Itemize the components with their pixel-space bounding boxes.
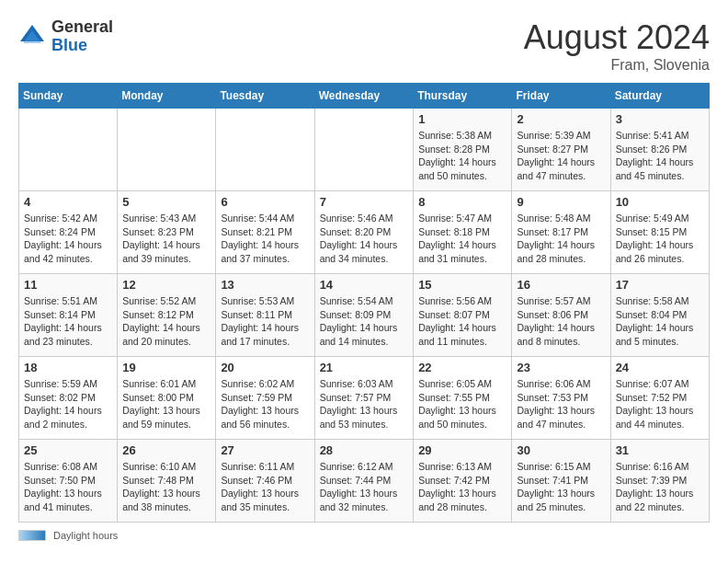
calendar-day-cell: 16 Sunrise: 5:57 AM Sunset: 8:06 PM Dayl…	[512, 274, 610, 357]
calendar-day-cell: 6 Sunrise: 5:44 AM Sunset: 8:21 PM Dayli…	[216, 191, 314, 274]
day-info: Sunrise: 5:48 AM Sunset: 8:17 PM Dayligh…	[517, 212, 605, 266]
day-number: 24	[616, 361, 704, 374]
day-info: Sunrise: 6:06 AM Sunset: 7:53 PM Dayligh…	[517, 377, 605, 431]
calendar-day-cell: 24 Sunrise: 6:07 AM Sunset: 7:52 PM Dayl…	[610, 357, 709, 440]
day-info: Sunrise: 5:46 AM Sunset: 8:20 PM Dayligh…	[320, 212, 409, 266]
day-info: Sunrise: 5:44 AM Sunset: 8:21 PM Dayligh…	[221, 212, 309, 266]
calendar-day-header: Saturday	[610, 84, 709, 109]
calendar-day-cell: 18 Sunrise: 5:59 AM Sunset: 8:02 PM Dayl…	[19, 357, 118, 440]
calendar-week-row: 4 Sunrise: 5:42 AM Sunset: 8:24 PM Dayli…	[19, 191, 710, 274]
calendar-day-header: Wednesday	[314, 84, 414, 109]
day-number: 20	[221, 361, 309, 374]
day-info: Sunrise: 5:47 AM Sunset: 8:18 PM Dayligh…	[418, 212, 506, 266]
day-info: Sunrise: 5:59 AM Sunset: 8:02 PM Dayligh…	[24, 377, 112, 431]
day-info: Sunrise: 5:51 AM Sunset: 8:14 PM Dayligh…	[24, 294, 112, 349]
calendar-day-cell: 4 Sunrise: 5:42 AM Sunset: 8:24 PM Dayli…	[19, 191, 118, 274]
day-number: 2	[517, 112, 605, 126]
logo-general: General	[51, 18, 113, 37]
logo-blue: Blue	[51, 37, 113, 55]
calendar-header-row: SundayMondayTuesdayWednesdayThursdayFrid…	[19, 84, 710, 109]
day-info: Sunrise: 5:39 AM Sunset: 8:27 PM Dayligh…	[517, 129, 605, 183]
day-number: 10	[616, 195, 704, 209]
calendar-day-cell: 3 Sunrise: 5:41 AM Sunset: 8:26 PM Dayli…	[610, 109, 709, 191]
calendar-day-cell: 7 Sunrise: 5:46 AM Sunset: 8:20 PM Dayli…	[314, 191, 414, 274]
day-info: Sunrise: 5:42 AM Sunset: 8:24 PM Dayligh…	[24, 212, 112, 266]
day-info: Sunrise: 5:41 AM Sunset: 8:26 PM Dayligh…	[616, 129, 704, 183]
calendar-day-cell: 2 Sunrise: 5:39 AM Sunset: 8:27 PM Dayli…	[512, 109, 610, 191]
day-number: 5	[122, 195, 210, 209]
day-number: 23	[517, 361, 605, 374]
day-info: Sunrise: 6:03 AM Sunset: 7:57 PM Dayligh…	[320, 377, 409, 431]
day-info: Sunrise: 5:53 AM Sunset: 8:11 PM Dayligh…	[221, 294, 309, 349]
day-number: 31	[616, 443, 704, 457]
calendar-day-header: Monday	[118, 84, 216, 109]
calendar-day-cell: 9 Sunrise: 5:48 AM Sunset: 8:17 PM Dayli…	[512, 191, 610, 274]
calendar-day-cell: 27 Sunrise: 6:11 AM Sunset: 7:46 PM Dayl…	[216, 440, 314, 523]
day-info: Sunrise: 5:57 AM Sunset: 8:06 PM Dayligh…	[517, 294, 605, 349]
calendar-day-header: Tuesday	[216, 84, 314, 109]
day-info: Sunrise: 6:05 AM Sunset: 7:55 PM Dayligh…	[418, 377, 506, 431]
logo-icon	[18, 23, 46, 51]
calendar-day-cell: 17 Sunrise: 5:58 AM Sunset: 8:04 PM Dayl…	[610, 274, 709, 357]
day-number: 4	[24, 195, 112, 209]
calendar-day-cell: 20 Sunrise: 6:02 AM Sunset: 7:59 PM Dayl…	[216, 357, 314, 440]
day-number: 1	[418, 112, 506, 126]
calendar-week-row: 1 Sunrise: 5:38 AM Sunset: 8:28 PM Dayli…	[19, 109, 710, 191]
calendar-day-cell: 26 Sunrise: 6:10 AM Sunset: 7:48 PM Dayl…	[118, 440, 216, 523]
calendar-day-cell: 1 Sunrise: 5:38 AM Sunset: 8:28 PM Dayli…	[414, 109, 512, 191]
calendar-day-cell: 19 Sunrise: 6:01 AM Sunset: 8:00 PM Dayl…	[118, 357, 216, 440]
calendar-day-cell	[19, 109, 118, 191]
calendar-week-row: 11 Sunrise: 5:51 AM Sunset: 8:14 PM Dayl…	[19, 274, 710, 357]
calendar-day-cell	[118, 109, 216, 191]
day-info: Sunrise: 6:02 AM Sunset: 7:59 PM Dayligh…	[221, 377, 309, 431]
day-number: 18	[24, 361, 112, 374]
day-number: 21	[320, 361, 409, 374]
day-number: 7	[320, 195, 409, 209]
calendar-day-header: Thursday	[414, 84, 512, 109]
calendar-day-cell: 8 Sunrise: 5:47 AM Sunset: 8:18 PM Dayli…	[414, 191, 512, 274]
calendar-week-row: 25 Sunrise: 6:08 AM Sunset: 7:50 PM Dayl…	[19, 440, 710, 523]
day-info: Sunrise: 5:49 AM Sunset: 8:15 PM Dayligh…	[616, 212, 704, 266]
day-info: Sunrise: 6:11 AM Sunset: 7:46 PM Dayligh…	[221, 460, 309, 514]
calendar-table: SundayMondayTuesdayWednesdayThursdayFrid…	[18, 83, 710, 523]
calendar-day-cell: 12 Sunrise: 5:52 AM Sunset: 8:12 PM Dayl…	[118, 274, 216, 357]
day-number: 15	[418, 278, 506, 292]
day-number: 17	[616, 278, 704, 292]
day-number: 12	[122, 278, 210, 292]
calendar-day-header: Friday	[512, 84, 610, 109]
day-number: 9	[517, 195, 605, 209]
calendar-day-cell: 22 Sunrise: 6:05 AM Sunset: 7:55 PM Dayl…	[414, 357, 512, 440]
calendar-day-cell: 23 Sunrise: 6:06 AM Sunset: 7:53 PM Dayl…	[512, 357, 610, 440]
day-info: Sunrise: 6:10 AM Sunset: 7:48 PM Dayligh…	[122, 460, 210, 514]
logo: General Blue	[18, 18, 113, 55]
day-info: Sunrise: 5:54 AM Sunset: 8:09 PM Dayligh…	[320, 294, 409, 349]
calendar-day-cell: 28 Sunrise: 6:12 AM Sunset: 7:44 PM Dayl…	[314, 440, 414, 523]
day-number: 27	[221, 443, 309, 457]
day-info: Sunrise: 6:01 AM Sunset: 8:00 PM Dayligh…	[122, 377, 210, 431]
day-number: 16	[517, 278, 605, 292]
day-number: 13	[221, 278, 309, 292]
day-info: Sunrise: 5:58 AM Sunset: 8:04 PM Dayligh…	[616, 294, 704, 349]
calendar-day-cell: 13 Sunrise: 5:53 AM Sunset: 8:11 PM Dayl…	[216, 274, 314, 357]
day-number: 8	[418, 195, 506, 209]
day-number: 30	[517, 443, 605, 457]
page-subtitle: Fram, Slovenia	[524, 57, 710, 74]
day-info: Sunrise: 6:07 AM Sunset: 7:52 PM Dayligh…	[616, 377, 704, 431]
calendar-day-cell: 29 Sunrise: 6:13 AM Sunset: 7:42 PM Dayl…	[414, 440, 512, 523]
calendar-day-cell: 21 Sunrise: 6:03 AM Sunset: 7:57 PM Dayl…	[314, 357, 414, 440]
day-number: 28	[320, 443, 409, 457]
calendar-day-cell: 11 Sunrise: 5:51 AM Sunset: 8:14 PM Dayl…	[19, 274, 118, 357]
day-number: 11	[24, 278, 112, 292]
calendar-day-cell: 15 Sunrise: 5:56 AM Sunset: 8:07 PM Dayl…	[414, 274, 512, 357]
calendar-day-cell	[314, 109, 414, 191]
calendar-day-cell: 25 Sunrise: 6:08 AM Sunset: 7:50 PM Dayl…	[19, 440, 118, 523]
day-number: 3	[616, 112, 704, 126]
calendar-day-cell: 14 Sunrise: 5:54 AM Sunset: 8:09 PM Dayl…	[314, 274, 414, 357]
day-number: 19	[122, 361, 210, 374]
calendar-day-cell: 31 Sunrise: 6:16 AM Sunset: 7:39 PM Dayl…	[610, 440, 709, 523]
calendar-day-cell: 10 Sunrise: 5:49 AM Sunset: 8:15 PM Dayl…	[610, 191, 709, 274]
calendar-day-header: Sunday	[19, 84, 118, 109]
legend-label: Daylight hours	[53, 530, 118, 541]
day-info: Sunrise: 5:43 AM Sunset: 8:23 PM Dayligh…	[122, 212, 210, 266]
day-number: 14	[320, 278, 409, 292]
